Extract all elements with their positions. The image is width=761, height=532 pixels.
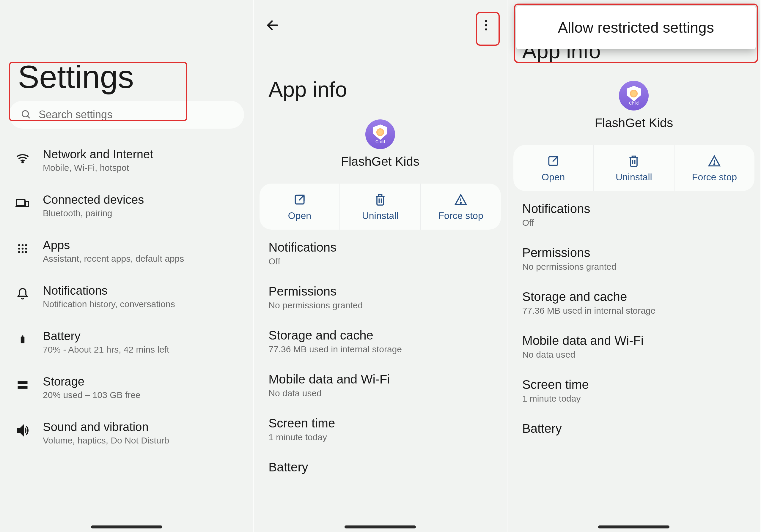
volume-icon bbox=[14, 422, 31, 439]
svg-rect-4 bbox=[26, 201, 29, 207]
info-permissions[interactable]: Permissions No permissions granted bbox=[268, 275, 492, 319]
info-screentime[interactable]: Screen time 1 minute today bbox=[522, 368, 745, 412]
search-settings[interactable]: Search settings bbox=[9, 101, 244, 129]
settings-list: Network and Internet Mobile, Wi-Fi, hots… bbox=[0, 129, 253, 456]
uninstall-button[interactable]: Uninstall bbox=[340, 184, 421, 230]
battery-icon bbox=[14, 331, 31, 348]
info-data[interactable]: Mobile data and Wi-Fi No data used bbox=[268, 363, 492, 407]
appinfo-panel-popup: Allow restricted settings App info Child… bbox=[507, 0, 761, 532]
search-icon bbox=[21, 109, 31, 120]
apps-icon bbox=[14, 240, 31, 257]
info-notifications[interactable]: Notifications Off bbox=[268, 231, 492, 275]
settings-item-notifications[interactable]: Notifications Notification history, conv… bbox=[14, 274, 244, 319]
settings-item-battery[interactable]: Battery 70% - About 21 hrs, 42 mins left bbox=[14, 319, 244, 365]
forcestop-button[interactable]: Force stop bbox=[674, 145, 754, 191]
svg-point-12 bbox=[18, 251, 20, 253]
svg-point-7 bbox=[22, 244, 24, 246]
forcestop-button[interactable]: Force stop bbox=[421, 184, 501, 230]
search-placeholder: Search settings bbox=[39, 108, 112, 121]
more-menu-button[interactable] bbox=[477, 10, 495, 40]
info-list: Notifications Off Permissions No permiss… bbox=[507, 191, 760, 444]
open-button[interactable]: Open bbox=[260, 184, 340, 230]
svg-point-22 bbox=[485, 28, 487, 30]
info-battery[interactable]: Battery bbox=[268, 451, 492, 483]
svg-rect-3 bbox=[17, 200, 25, 206]
svg-point-14 bbox=[25, 251, 27, 253]
svg-line-24 bbox=[299, 195, 304, 200]
nav-handle[interactable] bbox=[344, 525, 416, 528]
info-storage[interactable]: Storage and cache 77.36 MB used in inter… bbox=[268, 319, 492, 363]
svg-point-28 bbox=[460, 203, 461, 203]
appinfo-panel-menu: App info Child FlashGet Kids Open Uninst… bbox=[254, 0, 507, 532]
svg-point-20 bbox=[485, 20, 487, 22]
svg-point-9 bbox=[18, 247, 20, 249]
settings-title: Settings bbox=[0, 0, 253, 95]
settings-item-sound[interactable]: Sound and vibration Volume, haptics, Do … bbox=[14, 410, 244, 456]
info-notifications[interactable]: Notifications Off bbox=[522, 192, 745, 236]
svg-rect-15 bbox=[21, 337, 25, 344]
svg-point-11 bbox=[25, 247, 27, 249]
info-screentime[interactable]: Screen time 1 minute today bbox=[268, 407, 492, 451]
info-data[interactable]: Mobile data and Wi-Fi No data used bbox=[522, 324, 745, 368]
info-storage[interactable]: Storage and cache 77.36 MB used in inter… bbox=[522, 280, 745, 324]
svg-rect-17 bbox=[18, 381, 28, 384]
svg-point-13 bbox=[22, 251, 24, 253]
app-name: FlashGet Kids bbox=[254, 154, 506, 169]
uninstall-button[interactable]: Uninstall bbox=[594, 145, 674, 191]
svg-point-8 bbox=[25, 244, 27, 246]
bell-icon bbox=[14, 286, 31, 302]
svg-point-21 bbox=[485, 25, 487, 27]
nav-handle[interactable] bbox=[91, 525, 162, 528]
settings-item-connected-devices[interactable]: Connected devices Bluetooth, pairing bbox=[14, 183, 244, 229]
open-button[interactable]: Open bbox=[513, 145, 594, 191]
svg-rect-16 bbox=[22, 335, 24, 337]
settings-item-storage[interactable]: Storage 20% used – 103 GB free bbox=[14, 365, 244, 410]
app-icon: Child bbox=[619, 81, 649, 111]
settings-item-apps[interactable]: Apps Assistant, recent apps, default app… bbox=[14, 229, 244, 274]
svg-line-31 bbox=[553, 157, 558, 162]
back-button[interactable] bbox=[265, 18, 280, 32]
settings-panel: Settings Search settings Network and Int… bbox=[0, 0, 254, 532]
nav-handle[interactable] bbox=[598, 525, 670, 528]
svg-line-1 bbox=[28, 116, 30, 118]
overflow-menu: Allow restricted settings bbox=[516, 6, 756, 49]
app-icon: Child bbox=[365, 119, 395, 149]
storage-icon bbox=[14, 377, 31, 393]
devices-icon bbox=[14, 195, 31, 211]
wifi-icon bbox=[14, 149, 31, 166]
info-list: Notifications Off Permissions No permiss… bbox=[254, 230, 506, 483]
app-name: FlashGet Kids bbox=[507, 116, 760, 130]
allow-restricted-settings[interactable]: Allow restricted settings bbox=[531, 19, 741, 36]
action-row: Open Uninstall Force stop bbox=[260, 184, 500, 230]
info-permissions[interactable]: Permissions No permissions granted bbox=[522, 236, 745, 280]
action-row: Open Uninstall Force stop bbox=[513, 145, 754, 191]
svg-point-2 bbox=[22, 162, 23, 163]
appinfo-title: App info bbox=[254, 39, 506, 102]
svg-point-35 bbox=[714, 164, 715, 165]
app-header: Child FlashGet Kids bbox=[507, 81, 760, 130]
svg-point-10 bbox=[22, 247, 24, 249]
app-header: Child FlashGet Kids bbox=[254, 119, 506, 169]
svg-point-6 bbox=[18, 244, 20, 246]
settings-item-network[interactable]: Network and Internet Mobile, Wi-Fi, hots… bbox=[14, 137, 244, 183]
svg-rect-18 bbox=[18, 386, 28, 389]
info-battery[interactable]: Battery bbox=[522, 412, 745, 444]
svg-point-0 bbox=[22, 111, 29, 117]
